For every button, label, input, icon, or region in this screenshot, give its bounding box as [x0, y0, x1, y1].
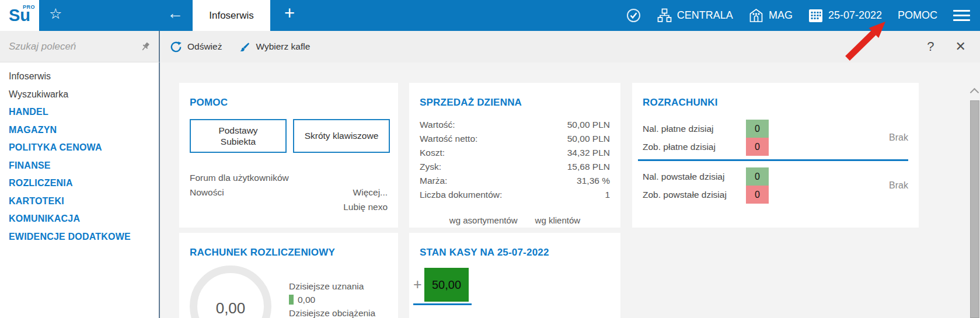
sidebar-item-rozliczenia[interactable]: ROZLICZENIA — [0, 174, 159, 193]
help-menu[interactable]: POMOC — [898, 9, 937, 22]
module-sidebar: Infoserwis Wyszukiwarka HANDEL MAGAZYN P… — [0, 62, 160, 318]
logo-badge: PRO — [23, 5, 35, 10]
brush-icon — [238, 41, 250, 53]
help-button[interactable]: ? — [927, 39, 934, 54]
topbar-status-group: CENTRALA MAG 25-07-2022 POMOC — [626, 0, 970, 31]
scroll-up-button[interactable] — [969, 86, 979, 96]
by-clients-link[interactable]: wg klientów — [535, 215, 581, 225]
refresh-label: Odśwież — [187, 41, 222, 52]
hamburger-menu-icon[interactable] — [953, 10, 970, 21]
sidebar-item-polityka-cenowa[interactable]: POLITYKA CENOWA — [0, 139, 159, 157]
tile-stan-kasy: STAN KASY NA 25-07-2022 + 50,00 — [409, 233, 620, 318]
tile-rachunek-title: RACHUNEK ROZLICZENIOWY — [190, 247, 335, 258]
expand-plus-icon[interactable]: + — [413, 276, 422, 293]
command-search[interactable]: Szukaj poleceń — [0, 31, 160, 62]
close-button[interactable]: ✕ — [955, 39, 966, 54]
new-tab-button[interactable]: + — [284, 4, 295, 22]
warehouse-label: MAG — [769, 9, 793, 22]
sidebar-item-komunikacja[interactable]: KOMUNIKACJA — [0, 210, 159, 228]
search-input[interactable]: Szukaj poleceń — [0, 41, 140, 53]
credits-value: 0,00 — [298, 293, 315, 306]
news-link[interactable]: Nowości — [190, 186, 343, 198]
cash-amount-bar[interactable]: 50,00 — [424, 268, 469, 302]
choose-tiles-label: Wybierz kafle — [256, 41, 310, 52]
created-status: Brak — [889, 180, 908, 191]
receivables-due-row[interactable]: Nal. płatne dzisiaj 0 — [643, 120, 908, 138]
tile-sprzedaz-dzienna: SPRZEDAŻ DZIENNA Wartość:50,00 PLN Warto… — [409, 83, 620, 228]
sync-check-icon[interactable] — [626, 8, 641, 23]
choose-tiles-button[interactable]: Wybierz kafle — [238, 41, 310, 53]
more-link[interactable]: Więcej... — [343, 186, 388, 198]
like-nexo-link[interactable]: Lubię nexo — [343, 201, 388, 213]
receivables-created-count: 0 — [746, 167, 769, 186]
dashboard-content: POMOC Podstawy Subiekta Skróty klawiszow… — [161, 62, 980, 318]
tile-rozrachunki-title: ROZRACHUNKI — [643, 97, 718, 109]
stat-row: Zysk:15,68 PLN — [420, 160, 610, 174]
sidebar-item-wyszukiwarka[interactable]: Wyszukiwarka — [0, 86, 159, 104]
back-arrow-icon[interactable]: ← — [167, 5, 183, 22]
org-chart-icon — [657, 8, 672, 23]
credits-row: 0,00 — [289, 293, 375, 306]
settlements-due-group: Nal. płatne dzisiaj 0 Zob. płatne dzisia… — [643, 120, 908, 156]
refresh-icon — [170, 41, 182, 53]
credits-label: Dzisiejsze uznania — [289, 279, 375, 293]
group-divider — [638, 159, 908, 161]
payables-due-count: 0 — [746, 138, 769, 156]
forum-link[interactable]: Forum dla użytkowników — [190, 172, 343, 184]
balance-value: 0,00 — [201, 299, 260, 317]
tile-pomoc-title: POMOC — [190, 97, 228, 109]
refresh-button[interactable]: Odśwież — [170, 41, 222, 53]
branch-selector[interactable]: CENTRALA — [657, 8, 733, 23]
sidebar-item-kartoteki[interactable]: KARTOTEKI — [0, 193, 159, 211]
warehouse-selector[interactable]: MAG — [749, 8, 793, 23]
tile-sprzedaz-title: SPRZEDAŻ DZIENNA — [420, 97, 522, 109]
tile-rachunek-rozliczeniowy: RACHUNEK ROZLICZENIOWY 0,00 Dzisiejsze u… — [179, 233, 398, 318]
tile-toolbar: Odśwież Wybierz kafle ? ✕ — [161, 31, 980, 62]
shortcuts-button[interactable]: Skróty klawiszowe — [293, 119, 390, 153]
pin-sidebar-icon[interactable] — [140, 41, 151, 52]
app-window: Su PRO ☆ ← Infoserwis + CENTRALA MAG — [0, 0, 980, 318]
branch-label: CENTRALA — [677, 9, 733, 22]
calendar-icon — [808, 8, 823, 23]
tile-rozrachunki: ROZRACHUNKI Nal. płatne dzisiaj 0 Zob. p… — [632, 83, 919, 228]
sidebar-item-infoserwis[interactable]: Infoserwis — [0, 68, 159, 86]
credits-bar-icon — [289, 295, 294, 305]
sidebar-item-ewidencje-dodatkowe[interactable]: EWIDENCJE DODATKOWE — [0, 228, 159, 246]
by-assortment-link[interactable]: wg asortymentów — [449, 215, 518, 225]
cash-axis-line — [413, 303, 472, 305]
app-logo[interactable]: Su PRO — [0, 0, 39, 31]
tile-pomoc: POMOC Podstawy Subiekta Skróty klawiszow… — [179, 83, 398, 228]
top-bar: Su PRO ☆ ← Infoserwis + CENTRALA MAG — [0, 0, 980, 31]
stat-row: Wartość netto:50,00 PLN — [420, 132, 610, 146]
receivables-created-row[interactable]: Nal. powstałe dzisiaj 0 — [643, 167, 908, 186]
sidebar-item-handel[interactable]: HANDEL — [0, 103, 159, 121]
payables-created-count: 0 — [746, 186, 769, 204]
stat-row: Koszt:34,32 PLN — [420, 146, 610, 160]
settlements-created-group: Nal. powstałe dzisiaj 0 Zob. powstałe dz… — [643, 167, 908, 204]
debits-label: Dzisiejsze obciążenia — [289, 306, 375, 318]
stat-row: Wartość:50,00 PLN — [420, 118, 610, 132]
tile-stan-kasy-title: STAN KASY NA 25-07-2022 — [420, 247, 549, 258]
warehouse-icon — [749, 8, 763, 23]
payables-due-row[interactable]: Zob. płatne dzisiaj 0 — [643, 138, 908, 156]
stat-row: Marża:31,36 % — [420, 174, 610, 188]
scrollbar-thumb[interactable] — [970, 100, 979, 318]
due-status: Brak — [889, 132, 908, 143]
favorites-star-icon[interactable]: ☆ — [49, 6, 62, 21]
tab-infoserwis[interactable]: Infoserwis — [193, 0, 270, 31]
date-label: 25-07-2022 — [828, 9, 882, 22]
sidebar-item-magazyn[interactable]: MAGAZYN — [0, 121, 159, 139]
content-scrollbar — [969, 62, 979, 318]
stat-row: Liczba dokumentów:1 — [420, 188, 610, 202]
receivables-due-count: 0 — [746, 120, 769, 138]
date-selector[interactable]: 25-07-2022 — [808, 8, 882, 23]
sidebar-item-finanse[interactable]: FINANSE — [0, 157, 159, 175]
chevron-up-icon — [970, 88, 979, 97]
payables-created-row[interactable]: Zob. powstałe dzisiaj 0 — [643, 186, 908, 204]
basics-button[interactable]: Podstawy Subiekta — [190, 119, 287, 153]
